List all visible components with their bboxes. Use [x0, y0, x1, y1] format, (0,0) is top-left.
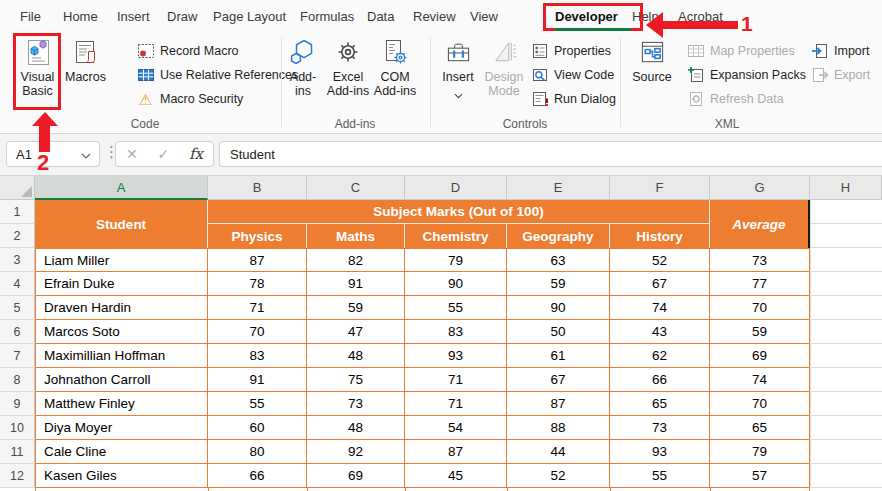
- import-button[interactable]: Import: [810, 40, 869, 62]
- cell-H4[interactable]: [810, 272, 882, 296]
- cell-E6[interactable]: 50: [507, 320, 610, 344]
- cell-A7[interactable]: Maximillian Hoffman: [35, 344, 208, 368]
- cell-G11[interactable]: 79: [710, 440, 810, 464]
- tab-draw[interactable]: Draw: [167, 0, 197, 33]
- cell-B11[interactable]: 80: [208, 440, 307, 464]
- cell-B7[interactable]: 83: [208, 344, 307, 368]
- row-header-8[interactable]: 8: [0, 368, 35, 392]
- cell-E8[interactable]: 67: [507, 368, 610, 392]
- cell-C11[interactable]: 92: [307, 440, 405, 464]
- macro-security-button[interactable]: ⚠ Macro Security: [136, 88, 243, 110]
- cell-D5[interactable]: 55: [405, 296, 507, 320]
- cell-E7[interactable]: 61: [507, 344, 610, 368]
- column-header-C[interactable]: C: [307, 176, 405, 200]
- cell-A8[interactable]: Johnathon Carroll: [35, 368, 208, 392]
- cell-H3[interactable]: [810, 248, 882, 272]
- cell-F11[interactable]: 93: [610, 440, 710, 464]
- cell-G9[interactable]: 70: [710, 392, 810, 416]
- cell-A10[interactable]: Diya Moyer: [35, 416, 208, 440]
- cell-E3[interactable]: 63: [507, 248, 610, 272]
- cell-E4[interactable]: 59: [507, 272, 610, 296]
- cell-F7[interactable]: 62: [610, 344, 710, 368]
- cell-H5[interactable]: [810, 296, 882, 320]
- cell-C4[interactable]: 91: [307, 272, 405, 296]
- column-header-D[interactable]: D: [405, 176, 507, 200]
- source-button[interactable]: Source: [630, 36, 674, 84]
- cell-B8[interactable]: 91: [208, 368, 307, 392]
- cell-subject-chemistry[interactable]: Chemistry: [405, 224, 507, 248]
- com-add-ins-button[interactable]: COM Add-ins: [372, 36, 418, 98]
- column-header-G[interactable]: G: [710, 176, 810, 200]
- cell-A5[interactable]: Draven Hardin: [35, 296, 208, 320]
- run-dialog-button[interactable]: Run Dialog: [530, 88, 616, 110]
- cell-G5[interactable]: 70: [710, 296, 810, 320]
- row-header-4[interactable]: 4: [0, 272, 35, 296]
- select-all-button[interactable]: [0, 176, 35, 200]
- cell-F5[interactable]: 74: [610, 296, 710, 320]
- cell-subject-geography[interactable]: Geography: [507, 224, 610, 248]
- cell-A11[interactable]: Cale Cline: [35, 440, 208, 464]
- cell-G7[interactable]: 69: [710, 344, 810, 368]
- cell-C10[interactable]: 48: [307, 416, 405, 440]
- cell-F4[interactable]: 67: [610, 272, 710, 296]
- tab-view[interactable]: View: [470, 0, 498, 33]
- cell-H7[interactable]: [810, 344, 882, 368]
- cell-F6[interactable]: 43: [610, 320, 710, 344]
- cell-D3[interactable]: 79: [405, 248, 507, 272]
- cell-C9[interactable]: 73: [307, 392, 405, 416]
- row-header-11[interactable]: 11: [0, 440, 35, 464]
- row-header-9[interactable]: 9: [0, 392, 35, 416]
- excel-add-ins-button[interactable]: Excel Add-ins: [325, 36, 371, 98]
- expansion-packs-button[interactable]: Expansion Packs: [686, 64, 806, 86]
- row-header-10[interactable]: 10: [0, 416, 35, 440]
- cell-subject-marks-header[interactable]: Subject Marks (Out of 100): [208, 200, 710, 224]
- cell-subject-physics[interactable]: Physics: [208, 224, 307, 248]
- cell-F9[interactable]: 65: [610, 392, 710, 416]
- tab-formulas[interactable]: Formulas: [300, 0, 354, 33]
- cell-E11[interactable]: 44: [507, 440, 610, 464]
- cell-B6[interactable]: 70: [208, 320, 307, 344]
- row-header-3[interactable]: 3: [0, 248, 35, 272]
- tab-page-layout[interactable]: Page Layout: [213, 0, 286, 33]
- cell-E12[interactable]: 52: [507, 464, 610, 488]
- cell-A4[interactable]: Efrain Duke: [35, 272, 208, 296]
- cell-C6[interactable]: 47: [307, 320, 405, 344]
- cell-F8[interactable]: 66: [610, 368, 710, 392]
- use-relative-references-button[interactable]: Use Relative References: [136, 64, 298, 86]
- cell-A6[interactable]: Marcos Soto: [35, 320, 208, 344]
- column-header-B[interactable]: B: [208, 176, 307, 200]
- macros-button[interactable]: Macros: [62, 36, 109, 84]
- cell-G8[interactable]: 74: [710, 368, 810, 392]
- cell-A3[interactable]: Liam Miller: [35, 248, 208, 272]
- cell-G4[interactable]: 77: [710, 272, 810, 296]
- cell-H9[interactable]: [810, 392, 882, 416]
- cell-B10[interactable]: 60: [208, 416, 307, 440]
- row-header-2[interactable]: 2: [0, 224, 35, 248]
- cell-G6[interactable]: 59: [710, 320, 810, 344]
- cell-H11[interactable]: [810, 440, 882, 464]
- cell-subject-maths[interactable]: Maths: [307, 224, 405, 248]
- cell-D12[interactable]: 45: [405, 464, 507, 488]
- confirm-entry-icon[interactable]: ✓: [157, 146, 169, 162]
- cell-D10[interactable]: 54: [405, 416, 507, 440]
- cell-C3[interactable]: 82: [307, 248, 405, 272]
- cell-C12[interactable]: 69: [307, 464, 405, 488]
- cell-G12[interactable]: 57: [710, 464, 810, 488]
- add-ins-button[interactable]: Add-ins: [283, 36, 323, 98]
- cell-D11[interactable]: 87: [405, 440, 507, 464]
- column-header-F[interactable]: F: [610, 176, 710, 200]
- row-header-12[interactable]: 12: [0, 464, 35, 488]
- view-code-button[interactable]: View Code: [530, 64, 614, 86]
- cell-G3[interactable]: 73: [710, 248, 810, 272]
- tab-file[interactable]: File: [20, 0, 41, 33]
- cell-G10[interactable]: 65: [710, 416, 810, 440]
- cell-H12[interactable]: [810, 464, 882, 488]
- insert-dropdown-chevron-icon[interactable]: [438, 85, 478, 103]
- cell-E5[interactable]: 90: [507, 296, 610, 320]
- formula-bar-input[interactable]: Student: [219, 141, 882, 167]
- cell-C7[interactable]: 48: [307, 344, 405, 368]
- cell-B3[interactable]: 87: [208, 248, 307, 272]
- cell-D6[interactable]: 83: [405, 320, 507, 344]
- row-header-5[interactable]: 5: [0, 296, 35, 320]
- cell-D9[interactable]: 71: [405, 392, 507, 416]
